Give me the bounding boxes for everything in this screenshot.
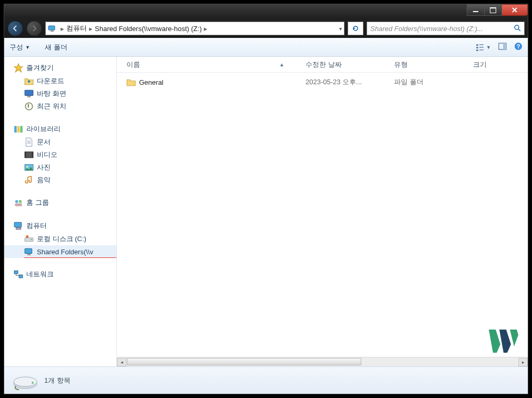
maximize-button[interactable] (484, 4, 502, 16)
details-pane: 1개 항목 (4, 366, 528, 394)
folder-icon (126, 77, 136, 87)
sidebar-item-label: 바탕 화면 (37, 89, 66, 98)
sidebar-item-music[interactable]: 음악 (4, 174, 116, 186)
music-icon (24, 175, 34, 185)
star-icon (14, 63, 23, 73)
sidebar-group-network[interactable]: 네트워크 (4, 267, 116, 281)
status-text: 1개 항목 (44, 376, 71, 385)
svg-marker-39 (489, 330, 500, 353)
sidebar-label: 컴퓨터 (26, 221, 47, 231)
sidebar-item-documents[interactable]: 문서 (4, 136, 116, 148)
content-pane: 이름 ▲ 수정한 날짜 유형 크기 General 2023-05-23 오후.… (117, 57, 528, 366)
svg-point-44 (32, 382, 34, 384)
svg-rect-16 (27, 96, 31, 97)
breadcrumb-root[interactable]: 컴퓨터 (66, 24, 87, 33)
breadcrumb-location[interactable]: Shared Folders(\\vmware-host) (Z:) (95, 25, 202, 33)
refresh-button[interactable] (348, 22, 363, 35)
sidebar-item-recent[interactable]: 최근 위치 (4, 100, 116, 113)
annotation-underline (24, 257, 116, 258)
sidebar-item-pictures[interactable]: 사진 (4, 161, 116, 174)
homegroup-icon (14, 198, 23, 207)
column-label: 유형 (394, 61, 408, 68)
svg-rect-31 (16, 227, 21, 229)
column-headers[interactable]: 이름 ▲ 수정한 날짜 유형 크기 (117, 57, 528, 73)
svg-point-27 (15, 200, 18, 203)
svg-marker-40 (499, 330, 511, 353)
column-size[interactable]: 크기 (473, 60, 528, 69)
scroll-left-button[interactable]: ◂ (117, 358, 126, 366)
window-frame: ▸ 컴퓨터 ▸ Shared Folders(\\vmware-host) (Z… (0, 0, 532, 398)
titlebar[interactable] (4, 4, 528, 19)
svg-marker-14 (14, 64, 23, 72)
window: ▸ 컴퓨터 ▸ Shared Folders(\\vmware-host) (Z… (4, 4, 528, 394)
sidebar-item-local-disk-c[interactable]: 로컬 디스크 (C:) (4, 233, 116, 245)
svg-rect-9 (479, 49, 484, 51)
breadcrumb-dropdown-icon[interactable]: ▾ (339, 26, 342, 32)
scroll-right-button[interactable]: ▸ (518, 358, 528, 366)
file-date: 2023-05-23 오후... (306, 77, 394, 87)
chevron-down-icon: ▼ (486, 45, 491, 50)
preview-pane-button[interactable] (498, 42, 507, 52)
minimize-button[interactable] (467, 4, 485, 16)
sidebar-label: 네트워크 (26, 270, 54, 279)
svg-rect-24 (32, 152, 33, 157)
sidebar-item-label: 다운로드 (37, 76, 64, 86)
svg-rect-18 (28, 104, 29, 108)
svg-rect-6 (479, 44, 484, 45)
svg-rect-15 (25, 90, 33, 95)
view-options-button[interactable]: ▼ (476, 43, 491, 52)
computer-icon (14, 221, 23, 231)
search-input[interactable]: Shared Folders(\\vmware-host) (Z:)... (367, 22, 525, 35)
breadcrumb[interactable]: ▸ 컴퓨터 ▸ Shared Folders(\\vmware-host) (Z… (45, 22, 344, 35)
sidebar-label: 라이브러리 (26, 124, 61, 134)
svg-rect-5 (476, 47, 478, 48)
svg-rect-30 (14, 222, 22, 227)
forward-button[interactable] (26, 21, 42, 36)
sidebar-item-desktop[interactable]: 바탕 화면 (4, 87, 116, 100)
sidebar-item-label: Shared Folders(\\v (37, 248, 93, 256)
sort-ascending-icon: ▲ (279, 62, 284, 67)
recent-icon (24, 102, 34, 111)
back-button[interactable] (7, 21, 23, 36)
svg-rect-4 (476, 44, 478, 46)
sidebar-item-shared-folders[interactable]: Shared Folders(\\v (4, 245, 116, 258)
svg-rect-23 (25, 152, 26, 157)
svg-point-26 (26, 166, 28, 167)
sidebar-item-videos[interactable]: 비디오 (4, 148, 116, 161)
svg-rect-8 (476, 49, 478, 51)
sidebar-group-favorites[interactable]: 즐겨찾기 (4, 61, 116, 75)
drive-large-icon (13, 371, 38, 390)
close-button[interactable] (501, 4, 528, 16)
sidebar-group-homegroup[interactable]: 홈 그룹 (4, 196, 116, 210)
sidebar-item-downloads[interactable]: 다운로드 (4, 75, 116, 87)
svg-text:?: ? (517, 43, 520, 49)
file-list[interactable]: General 2023-05-23 오후... 파일 폴더 (117, 73, 528, 357)
search-icon[interactable] (514, 24, 521, 33)
sidebar-group-libraries[interactable]: 라이브러리 (4, 122, 116, 136)
address-bar: ▸ 컴퓨터 ▸ Shared Folders(\\vmware-host) (Z… (4, 19, 528, 38)
search-placeholder: Shared Folders(\\vmware-host) (Z:)... (370, 25, 483, 33)
folder-download-icon (24, 76, 34, 86)
window-controls (467, 4, 528, 16)
watermark-logo (489, 330, 518, 353)
column-type[interactable]: 유형 (394, 60, 473, 69)
disk-icon (24, 234, 34, 244)
column-label: 수정한 날짜 (306, 61, 342, 68)
navigation-pane[interactable]: 즐겨찾기 다운로드 바탕 화면 최근 위치 라이브러리 (4, 57, 117, 366)
new-folder-button[interactable]: 새 폴더 (45, 43, 67, 52)
sidebar-group-computer[interactable]: 컴퓨터 (4, 219, 116, 233)
column-date[interactable]: 수정한 날짜 (306, 60, 394, 69)
scroll-thumb[interactable] (127, 358, 361, 365)
horizontal-scrollbar[interactable]: ◂ ▸ (117, 357, 528, 366)
column-label: 이름 (126, 60, 140, 69)
document-icon (24, 137, 34, 147)
list-item[interactable]: General 2023-05-23 오후... 파일 폴더 (117, 76, 528, 88)
svg-rect-19 (14, 126, 17, 132)
svg-rect-22 (25, 152, 33, 157)
scroll-track[interactable] (127, 358, 518, 366)
sidebar-item-label: 최근 위치 (37, 102, 66, 111)
column-name[interactable]: 이름 ▲ (126, 60, 306, 69)
organize-menu[interactable]: 구성 ▼ (9, 43, 30, 52)
help-button[interactable]: ? (514, 42, 523, 52)
desktop-icon (24, 89, 34, 98)
